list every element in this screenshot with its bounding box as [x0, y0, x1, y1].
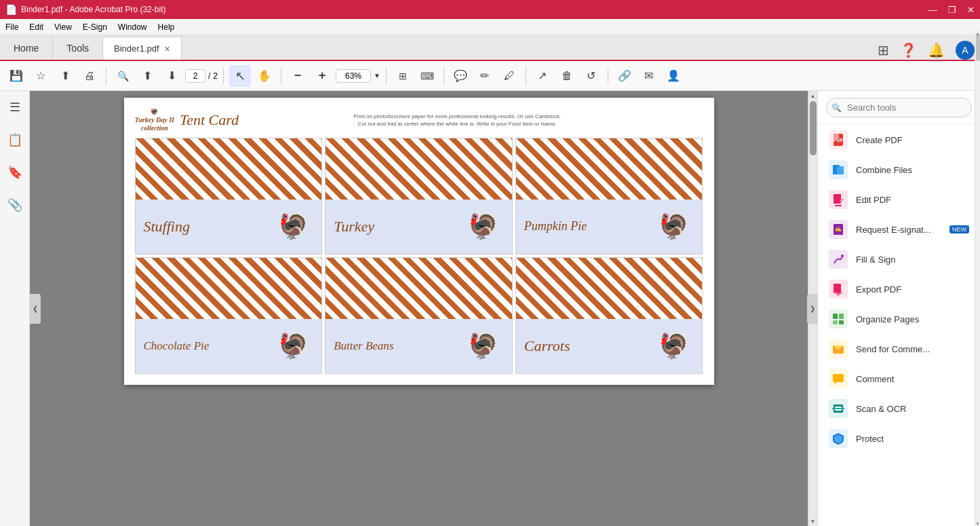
zoom-level-input[interactable]: [336, 69, 371, 83]
toolbar-separator-2: [223, 68, 224, 84]
tool-organize-pages[interactable]: Organize Pages: [818, 304, 980, 334]
page-navigation: / 2: [185, 69, 218, 83]
menu-esign[interactable]: E-Sign: [83, 22, 107, 32]
rotate-button[interactable]: ↺: [581, 65, 602, 87]
svg-rect-13: [833, 314, 838, 319]
menu-file[interactable]: File: [5, 22, 18, 32]
request-esign-icon: ✍: [829, 220, 848, 239]
card-top-pattern: [136, 258, 322, 319]
left-sidebar: ☰ 📋 🔖 📎: [0, 91, 30, 526]
print-button[interactable]: 🖨: [79, 65, 100, 87]
menu-bar: File Edit View E-Sign Window Help: [0, 19, 980, 35]
tab-notification-icon[interactable]: 🔔: [928, 42, 945, 58]
maximize-button[interactable]: ❐: [948, 5, 956, 15]
zoom-in-button[interactable]: +: [311, 65, 333, 87]
create-pdf-label: Create PDF: [856, 135, 903, 145]
next-page-button[interactable]: ⬇: [161, 65, 182, 87]
title-bar-left: 📄 Binder1.pdf - Adobe Acrobat Pro (32-bi…: [5, 4, 165, 15]
tab-document[interactable]: Binder1.pdf ×: [103, 37, 182, 60]
scroll-up-button[interactable]: ▲: [808, 91, 817, 100]
menu-help[interactable]: Help: [158, 22, 175, 32]
card-turkey: Turkey 🦃: [325, 138, 513, 255]
tool-fill-sign[interactable]: Fill & Sign: [818, 244, 980, 274]
account-button[interactable]: 👤: [663, 65, 684, 87]
svg-rect-14: [839, 314, 844, 319]
tab-close-button[interactable]: ×: [165, 43, 170, 54]
right-panel-scroll-up[interactable]: ▲: [975, 31, 980, 36]
svg-rect-11: [834, 284, 841, 293]
svg-rect-23: [832, 408, 844, 409]
menu-edit[interactable]: Edit: [29, 22, 43, 32]
save-button[interactable]: 💾: [5, 65, 27, 87]
sidebar-icon-attachments[interactable]: 📎: [4, 194, 26, 216]
search-tools-input[interactable]: [826, 98, 972, 117]
email-button[interactable]: ✉: [638, 65, 660, 87]
scrollbar-thumb[interactable]: [810, 101, 817, 155]
menu-window[interactable]: Window: [118, 22, 147, 32]
menu-view[interactable]: View: [54, 22, 72, 32]
delete-button[interactable]: 🗑: [556, 65, 578, 87]
svg-rect-6: [835, 205, 842, 206]
link-button[interactable]: 🔗: [614, 65, 635, 87]
sidebar-icon-menu[interactable]: ☰: [4, 96, 26, 118]
card-label: Stuffing: [144, 218, 190, 236]
edit-pdf-icon: [829, 190, 848, 209]
page-number-input[interactable]: [185, 69, 205, 83]
zoom-out-button[interactable]: −: [287, 65, 309, 87]
tool-scan-ocr[interactable]: Scan & OCR: [818, 394, 980, 424]
right-panel-scrollbar-thumb[interactable]: [976, 34, 980, 61]
right-panel-scrollbar[interactable]: ▲ ▼: [975, 31, 980, 526]
tool-comment[interactable]: Comment: [818, 364, 980, 394]
svg-text:✍: ✍: [835, 225, 842, 232]
tab-account-icon[interactable]: A: [956, 41, 975, 60]
tab-home[interactable]: Home: [0, 37, 53, 60]
tab-tools[interactable]: Tools: [53, 37, 103, 60]
create-pdf-icon: PDF: [829, 130, 848, 149]
viewer-wrapper: ❮ 🦃Turkey Day IIcollection Tent Card P: [30, 91, 817, 526]
zoom-dropdown-icon[interactable]: ▼: [374, 72, 380, 79]
zoom-search-button[interactable]: 🔍: [112, 65, 134, 87]
turkey-image: 🦃: [463, 206, 504, 247]
export-button[interactable]: ↗: [532, 65, 553, 87]
svg-rect-16: [839, 320, 844, 324]
comment-button[interactable]: 💬: [450, 65, 471, 87]
close-button[interactable]: ✕: [967, 5, 975, 15]
sidebar-icon-bookmarks[interactable]: 🔖: [4, 162, 26, 183]
tool-request-esignature[interactable]: ✍ Request E-signat... NEW: [818, 214, 980, 244]
card-label: Pumpkin Pie: [524, 219, 587, 233]
tool-send-for-comment[interactable]: Send for Comme...: [818, 334, 980, 364]
scroll-down-button[interactable]: ▼: [808, 516, 817, 526]
turkey-image: 🦃: [463, 326, 504, 367]
svg-rect-2: [834, 134, 839, 139]
hand-tool-button[interactable]: ✋: [254, 65, 275, 87]
card-bottom: Butter Beans 🦃: [326, 319, 512, 373]
pdf-header-left: 🦃Turkey Day IIcollection Tent Card: [135, 109, 239, 132]
bookmark-button[interactable]: ☆: [30, 65, 52, 87]
tool-create-pdf[interactable]: PDF Create PDF: [818, 125, 980, 155]
highlight-button[interactable]: 🖊: [498, 65, 520, 87]
tool-combine-files[interactable]: Combine Files: [818, 155, 980, 185]
tool-protect[interactable]: Protect: [818, 424, 980, 453]
export-pdf-label: Export PDF: [856, 284, 901, 295]
tab-help-icon[interactable]: ❓: [900, 42, 917, 58]
upload-button[interactable]: ⬆: [54, 65, 76, 87]
right-panel-scroll-down[interactable]: ▼: [975, 521, 980, 526]
keyboard-button[interactable]: ⌨: [416, 65, 438, 87]
card-top-pattern: [136, 138, 322, 200]
cursor-tool-button[interactable]: ↖: [229, 65, 251, 87]
prev-page-button[interactable]: ⬆: [136, 65, 158, 87]
tool-edit-pdf[interactable]: Edit PDF: [818, 185, 980, 214]
tool-export-pdf[interactable]: Export PDF: [818, 274, 980, 304]
sidebar-icon-pages[interactable]: 📋: [4, 129, 26, 151]
request-esign-label: Request E-signat...: [856, 225, 931, 235]
title-bar-controls[interactable]: — ❐ ✕: [928, 5, 975, 15]
tab-share-icon[interactable]: ⊞: [878, 42, 889, 58]
app-icon: 📄: [5, 4, 17, 15]
card-top-pattern: [516, 138, 703, 200]
export-pdf-icon: [829, 280, 848, 299]
left-collapse-button[interactable]: ❮: [30, 294, 41, 324]
right-collapse-button[interactable]: ❯: [807, 294, 818, 324]
fit-button[interactable]: ⊞: [392, 65, 414, 87]
minimize-button[interactable]: —: [928, 5, 937, 15]
pen-button[interactable]: ✏: [474, 65, 496, 87]
